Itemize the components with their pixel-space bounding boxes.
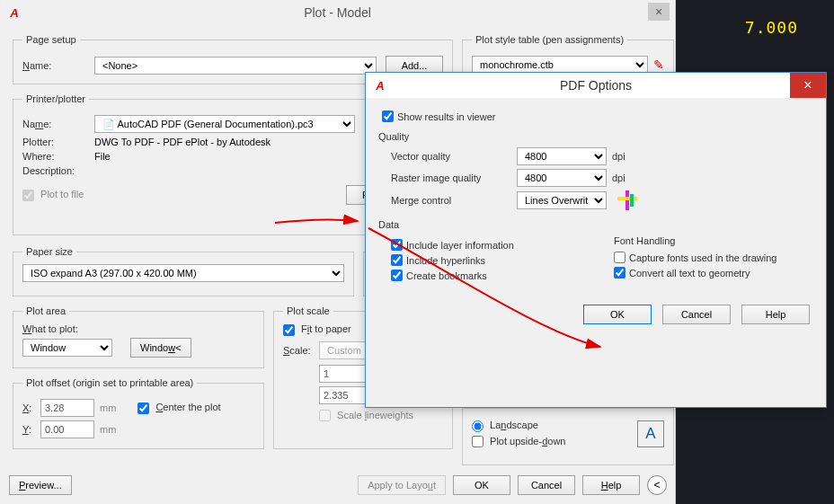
where-label: Where: bbox=[22, 151, 94, 162]
pdf-body: Show results in viewer Quality Vector qu… bbox=[366, 98, 826, 333]
page-setup-name-label: NName:ame: bbox=[22, 60, 94, 71]
plot-offset-group: Plot offset (origin set to printable are… bbox=[13, 377, 264, 449]
fit-to-paper-checkbox[interactable]: Fit to paper bbox=[283, 323, 351, 334]
plotter-value: DWG To PDF - PDF ePlot - by Autodesk bbox=[94, 137, 271, 147]
include-hyperlinks-checkbox[interactable]: Include hyperlinks bbox=[391, 254, 587, 266]
show-results-checkbox[interactable]: Show results in viewer bbox=[382, 111, 810, 122]
paper-size-group: Paper size ISO expand A3 (297.00 x 420.0… bbox=[13, 246, 354, 296]
autocad-icon: A bbox=[373, 78, 387, 93]
page-setup-legend: Page setup bbox=[22, 34, 80, 45]
convert-to-geometry-checkbox[interactable]: Convert all text to geometry bbox=[614, 267, 810, 279]
pdf-close-button[interactable]: × bbox=[790, 73, 826, 98]
paper-size-select[interactable]: ISO expand A3 (297.00 x 420.00 MM) bbox=[22, 264, 344, 282]
vector-quality-label: Vector quality bbox=[391, 151, 517, 162]
offset-x-input bbox=[40, 399, 94, 417]
plot-ok-button[interactable]: OK bbox=[453, 475, 510, 495]
pdf-ok-button[interactable]: OK bbox=[583, 305, 652, 324]
create-bookmarks-checkbox[interactable]: Create bookmarks bbox=[391, 270, 587, 281]
pdf-cancel-button[interactable]: Cancel bbox=[662, 305, 731, 324]
offset-y-unit: mm bbox=[100, 424, 116, 435]
font-handling-legend: Font Handling bbox=[614, 235, 810, 246]
merge-control-label: Merge control bbox=[391, 195, 517, 206]
plot-title: Plot - Model bbox=[304, 5, 371, 20]
pdf-title: PDF Options bbox=[560, 78, 632, 93]
window-pick-button[interactable]: Window< bbox=[130, 338, 191, 358]
plot-close-button[interactable]: × bbox=[648, 3, 670, 21]
orientation-group: Landscape Plot upside-down A bbox=[462, 408, 674, 465]
capture-fonts-checkbox[interactable]: Capture fonts used in the drawing bbox=[614, 252, 810, 263]
pdf-button-row: OK Cancel Help bbox=[382, 305, 810, 324]
what-to-plot-label: What to plot: bbox=[22, 323, 254, 334]
center-plot-checkbox[interactable]: Center the plot bbox=[138, 402, 220, 414]
offset-y-input bbox=[40, 420, 94, 438]
printer-legend: Printer/plotter bbox=[22, 93, 89, 104]
pdf-help-button[interactable]: Help bbox=[741, 305, 810, 324]
paper-size-legend: Paper size bbox=[22, 246, 76, 257]
vector-dpi: dpi bbox=[612, 151, 626, 162]
plot-cancel-button[interactable]: Cancel bbox=[518, 475, 575, 495]
plotter-label: Plotter: bbox=[22, 137, 94, 147]
status-number: 7.000 bbox=[745, 18, 798, 37]
preview-button[interactable]: Preview... bbox=[9, 475, 72, 495]
expand-button[interactable]: < bbox=[647, 475, 667, 495]
offset-x-unit: mm bbox=[100, 402, 116, 413]
plot-area-group: Plot area What to plot: Window Window< bbox=[13, 305, 264, 368]
plot-style-select[interactable]: monochrome.ctb bbox=[472, 56, 648, 74]
printer-name-label: Name: bbox=[22, 119, 94, 129]
plot-area-legend: Plot area bbox=[22, 305, 69, 316]
plot-scale-legend: Plot scale bbox=[283, 305, 333, 316]
quality-legend: Quality bbox=[378, 131, 810, 142]
scale-lineweights-checkbox: Scale lineweights bbox=[319, 410, 443, 422]
landscape-radio[interactable]: Landscape bbox=[472, 420, 538, 430]
apply-to-layout-button: Apply to Layout bbox=[358, 475, 446, 495]
plot-offset-legend: Plot offset (origin set to printable are… bbox=[22, 377, 197, 388]
offset-x-label: X: bbox=[22, 402, 40, 413]
merge-control-select[interactable]: Lines Overwrite bbox=[517, 191, 607, 209]
offset-y-label: Y: bbox=[22, 424, 40, 435]
merge-icon bbox=[617, 190, 637, 210]
scale-label: Scale: bbox=[283, 345, 319, 356]
upside-down-checkbox[interactable]: Plot upside-down bbox=[472, 436, 565, 448]
plot-titlebar: A Plot - Model × bbox=[0, 0, 675, 25]
vector-quality-select[interactable]: 4800 bbox=[517, 147, 607, 165]
autocad-icon: A bbox=[7, 5, 22, 20]
raster-quality-select[interactable]: 4800 bbox=[517, 169, 607, 187]
plot-to-file-checkbox: Plot to file bbox=[22, 189, 84, 201]
raster-dpi: dpi bbox=[612, 172, 626, 183]
description-label: Description: bbox=[22, 165, 94, 176]
data-legend: Data bbox=[378, 219, 810, 230]
pdf-titlebar: A PDF Options × bbox=[366, 73, 826, 98]
plot-bottom-bar: Preview... Apply to Layout OK Cancel Hel… bbox=[0, 475, 676, 495]
plot-style-edit-icon[interactable]: ✎ bbox=[653, 57, 664, 72]
what-to-plot-select[interactable]: Window bbox=[22, 339, 112, 357]
pdf-options-dialog: A PDF Options × Show results in viewer Q… bbox=[365, 72, 827, 408]
page-setup-name-select[interactable]: <None> bbox=[94, 57, 377, 75]
where-value: File bbox=[94, 151, 111, 162]
plot-style-legend: Plot style table (pen assignments) bbox=[472, 34, 627, 45]
plot-help-button[interactable]: Help bbox=[582, 475, 640, 495]
raster-quality-label: Raster image quality bbox=[391, 172, 517, 183]
include-layer-checkbox[interactable]: Include layer information bbox=[391, 239, 587, 251]
orientation-icon: A bbox=[637, 420, 664, 447]
printer-name-select[interactable]: 📄 AutoCAD PDF (General Documentation).pc… bbox=[94, 115, 355, 133]
